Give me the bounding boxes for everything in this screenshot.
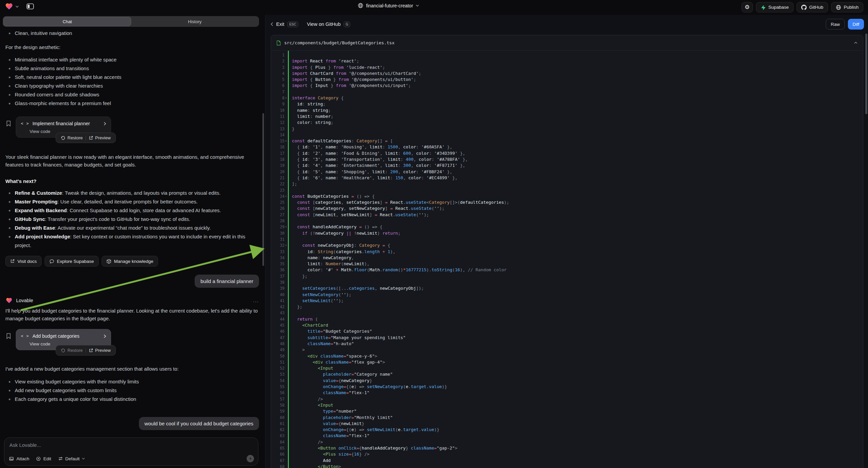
tab-chat[interactable]: Chat: [3, 17, 131, 26]
code-line: 13}: [271, 126, 863, 132]
file-card-header[interactable]: src/components/budget/BudgetCategories.t…: [271, 35, 863, 51]
line-number: 38: [271, 279, 284, 285]
publish-label: Publish: [844, 5, 859, 10]
list-item: Minimalist interface with plenty of whit…: [5, 55, 259, 64]
restore-button[interactable]: Restore: [59, 135, 84, 141]
code-editor[interactable]: 12import React from 'react';3import { Pl…: [271, 51, 863, 468]
restore-button[interactable]: Restore: [59, 347, 84, 353]
line-number: 67: [271, 458, 284, 464]
file-added-icon: [276, 40, 281, 46]
preview-button[interactable]: Preview: [87, 347, 112, 353]
line-number: 4: [271, 70, 284, 77]
manage-knowledge-button[interactable]: Manage knowledge: [102, 256, 158, 267]
code-line: 9 id: string;: [271, 101, 863, 107]
chat-sidebar: Chat History Clean, intuitive navigation…: [0, 15, 265, 468]
publish-button[interactable]: Publish: [831, 2, 863, 12]
line-number: 54: [271, 378, 284, 384]
line-number: 35: [271, 261, 284, 267]
tab-history[interactable]: History: [131, 17, 258, 26]
chat-scrollbar-thumb[interactable]: [262, 113, 264, 266]
code-line: 25 const [categories, setCategories] = R…: [271, 199, 863, 205]
code-line: 28: [271, 218, 863, 224]
visit-docs-button[interactable]: Visit docs: [5, 256, 41, 267]
list-item: Glass-morphic elements for a premium fee…: [5, 99, 259, 108]
assistant-name: Lovable: [16, 298, 33, 303]
code-line: 60 placeholder="Monthly limit": [271, 415, 863, 421]
line-number: 42: [271, 304, 284, 310]
mode-select[interactable]: Default: [58, 456, 85, 461]
bookmark-icon[interactable]: [6, 120, 11, 138]
code-line: 15∨const defaultCategories: Category[] =…: [271, 138, 863, 144]
lovable-logo-heart-icon[interactable]: [5, 2, 13, 10]
esc-key-badge: ESC: [287, 22, 298, 27]
line-number: 16: [271, 144, 284, 150]
code-line: 45 <ChartCard: [271, 322, 863, 328]
line-number: 12: [271, 119, 284, 125]
publish-globe-icon: [836, 5, 841, 10]
diff-toggle-button[interactable]: Diff: [848, 19, 864, 30]
added-paragraph: I've added a new budget categories manag…: [5, 365, 259, 373]
code-line: 51 <div className="flex gap-4">: [271, 359, 863, 365]
edit-button[interactable]: Edit: [36, 456, 51, 461]
line-number: 53: [271, 371, 284, 377]
code-line: 67 Add: [271, 458, 863, 464]
line-number: 26: [271, 205, 284, 211]
chat-input[interactable]: [9, 442, 253, 448]
list-item: Rounded corners and subtle shadows: [5, 90, 259, 99]
code-line: 5import { Button } from '@/components/ui…: [271, 77, 863, 83]
code-line: 26 const [newCategory, setNewCategory] =…: [271, 205, 863, 211]
design-heading: For the design aesthetic:: [5, 43, 259, 51]
supabase-button[interactable]: Supabase: [756, 2, 794, 12]
code-line: 43: [271, 310, 863, 316]
code-line: 59 type="number": [271, 408, 863, 414]
user-message: build a financial planner: [195, 274, 259, 288]
list-item: Debug with Ease: Activate our experiment…: [5, 224, 259, 232]
view-on-github-button[interactable]: View on GitHub G: [307, 22, 350, 27]
bookmark-icon[interactable]: [6, 333, 11, 350]
line-number: 30: [271, 230, 284, 236]
chevron-down-icon[interactable]: [16, 5, 19, 8]
ready-paragraph: Your sleek financial planner is now read…: [5, 153, 259, 169]
code-line: 22];: [271, 181, 863, 187]
code-change-card-add-budget-categories[interactable]: < > Add budget categories View code Rest…: [16, 329, 111, 350]
code-line: 35 limit: Number(newLimit),: [271, 261, 863, 267]
github-button[interactable]: GitHub: [797, 2, 828, 12]
code-change-card-implement-planner[interactable]: < > Implement financial planner View cod…: [16, 117, 111, 138]
code-line: 1: [271, 52, 863, 58]
project-switcher[interactable]: financial-future-creator: [358, 3, 419, 8]
line-number: 5: [271, 77, 284, 83]
exit-button[interactable]: Exit ESC: [271, 22, 298, 27]
list-item: Each category gets a unique color for vi…: [5, 395, 259, 404]
message-menu-ellipsis[interactable]: ...: [253, 298, 259, 303]
code-line: 47 subtitle="Manage your spending limits…: [271, 335, 863, 341]
explore-supabase-button[interactable]: Explore Supabase: [44, 256, 99, 267]
sidebar-toggle-button[interactable]: [26, 3, 34, 10]
line-number: 11: [271, 114, 284, 119]
line-number: 49: [271, 347, 284, 353]
list-item: GitHub Sync: Transfer your project's cod…: [5, 215, 259, 224]
line-number: 36: [271, 267, 284, 273]
top-bar: financial-future-creator ⚙ Supabase GitH…: [0, 0, 868, 15]
attach-button[interactable]: Attach: [9, 456, 29, 461]
code-line: 4import ChartCard from '@/components/ui/…: [271, 70, 863, 77]
code-line: 32∨ const newCategoryObj: Category = {: [271, 242, 863, 248]
list-item: Expand with Backend: Connect Supabase to…: [5, 206, 259, 215]
send-button[interactable]: [247, 455, 254, 462]
arrow-up-icon: [249, 457, 252, 461]
line-number: 21: [271, 175, 284, 181]
quick-actions: Visit docs Explore Supabase Manage knowl…: [5, 256, 259, 267]
code-line: 27 const [newLimit, setNewLimit] = React…: [271, 212, 863, 218]
chat-bubble-icon: [49, 259, 54, 264]
chevron-up-icon[interactable]: [854, 41, 858, 44]
list-item: Clean, intuitive navigation: [5, 29, 259, 38]
code-line: 54 value={newCategory}: [271, 378, 863, 384]
image-icon: [9, 456, 14, 461]
raw-toggle-button[interactable]: Raw: [826, 19, 845, 30]
code-line: 14: [271, 132, 863, 138]
settings-gear-button[interactable]: ⚙: [742, 2, 753, 12]
code-line: 36 color: '#' + Math.floor(Math.random()…: [271, 267, 863, 273]
line-number: 2: [271, 58, 284, 64]
code-scrollbar-thumb[interactable]: [865, 34, 867, 114]
preview-button[interactable]: Preview: [87, 135, 112, 141]
line-number: 68: [271, 464, 284, 468]
